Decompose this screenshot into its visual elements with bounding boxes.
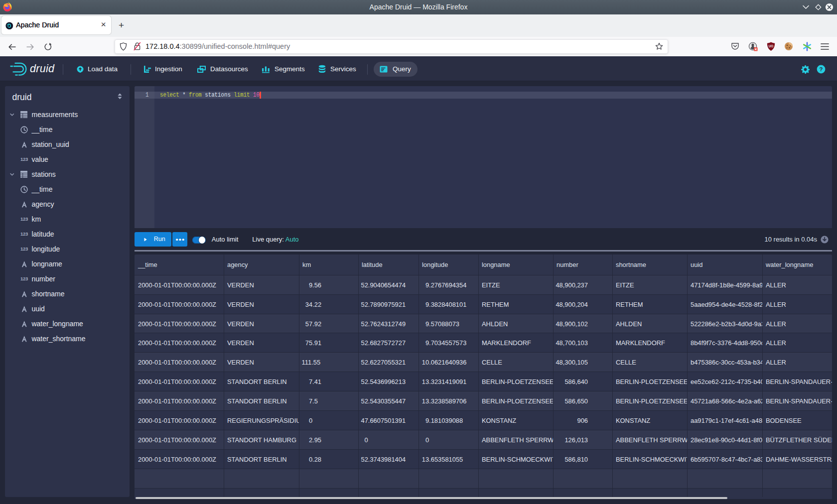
svg-text:UO: UO bbox=[769, 44, 774, 48]
svg-text:?: ? bbox=[819, 66, 823, 72]
